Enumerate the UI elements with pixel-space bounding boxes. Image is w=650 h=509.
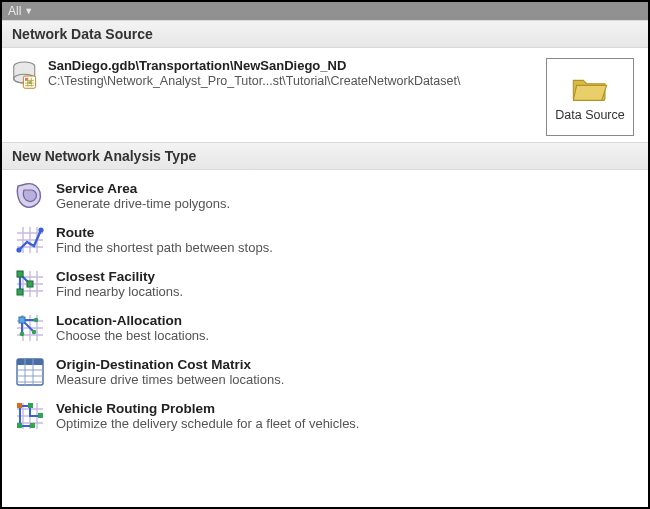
analysis-title: Route [56,225,636,240]
svg-rect-13 [19,317,25,323]
svg-rect-9 [17,289,23,295]
datasource-row: SanDiego.gdb\Transportation\NewSanDiego_… [2,48,648,142]
data-source-button[interactable]: Data Source [546,58,634,136]
svg-point-12 [32,330,37,335]
geodatabase-icon [12,60,40,92]
analysis-item-vrp[interactable]: Vehicle Routing Problem Optimize the del… [2,394,648,438]
folder-open-icon [570,72,610,102]
analysis-desc: Generate drive-time polygons. [56,196,636,211]
analysis-desc: Measure drive times between locations. [56,372,636,387]
filter-label: All [8,4,21,18]
svg-point-11 [20,332,25,337]
datasource-path: C:\Testing\Network_Analyst_Pro_Tutor...s… [48,74,538,88]
od-cost-matrix-icon [14,356,46,388]
svg-point-10 [34,318,39,323]
vehicle-routing-icon [14,400,46,432]
analysis-item-od-matrix[interactable]: Origin-Destination Cost Matrix Measure d… [2,350,648,394]
analysis-desc: Choose the best locations. [56,328,636,343]
analysis-desc: Find the shortest path between stops. [56,240,636,255]
chevron-down-icon: ▼ [24,6,33,16]
svg-rect-15 [17,359,43,365]
analysis-list: Service Area Generate drive-time polygon… [2,170,648,444]
analysis-title: Vehicle Routing Problem [56,401,636,416]
location-allocation-icon [14,312,46,344]
analysis-item-closest-facility[interactable]: Closest Facility Find nearby locations. [2,262,648,306]
svg-rect-7 [17,271,23,277]
section-header-analysis: New Network Analysis Type [2,142,648,170]
svg-rect-20 [30,423,35,428]
analysis-title: Service Area [56,181,636,196]
analysis-title: Origin-Destination Cost Matrix [56,357,636,372]
svg-point-5 [16,247,21,252]
svg-rect-18 [38,413,43,418]
analysis-item-service-area[interactable]: Service Area Generate drive-time polygon… [2,174,648,218]
analysis-title: Location-Allocation [56,313,636,328]
analysis-desc: Find nearby locations. [56,284,636,299]
datasource-text: SanDiego.gdb\Transportation\NewSanDiego_… [48,58,538,88]
svg-rect-3 [25,78,28,81]
section-header-datasource: Network Data Source [2,20,648,48]
analysis-desc: Optimize the delivery schedule for a fle… [56,416,636,431]
analysis-item-location-allocation[interactable]: Location-Allocation Choose the best loca… [2,306,648,350]
filter-dropdown[interactable]: All ▼ [2,2,648,20]
analysis-item-route[interactable]: Route Find the shortest path between sto… [2,218,648,262]
analysis-title: Closest Facility [56,269,636,284]
svg-rect-19 [17,423,22,428]
closest-facility-icon [14,268,46,300]
svg-rect-17 [28,403,33,408]
datasource-title: SanDiego.gdb\Transportation\NewSanDiego_… [48,58,538,73]
svg-rect-8 [27,281,33,287]
svg-point-6 [38,227,43,232]
service-area-icon [14,180,46,212]
route-icon [14,224,46,256]
data-source-button-label: Data Source [555,108,624,122]
svg-rect-4 [29,81,32,84]
svg-rect-16 [17,403,22,408]
